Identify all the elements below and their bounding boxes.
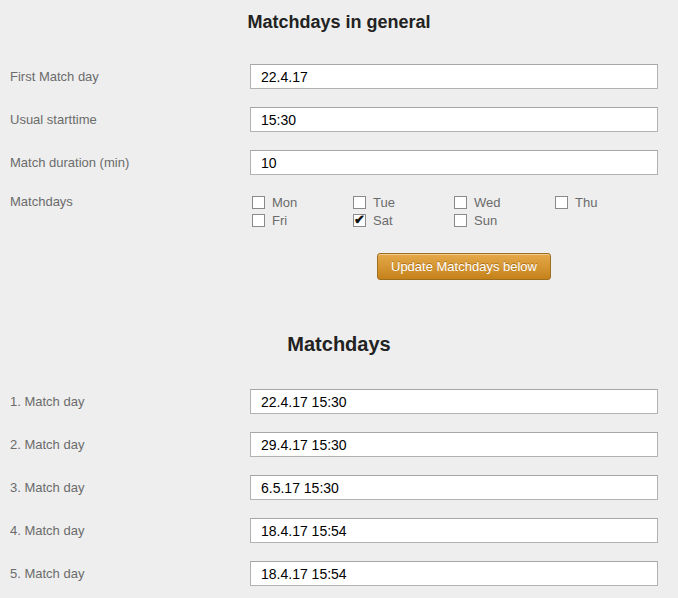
match-day-3-row: 3. Match day xyxy=(0,475,678,500)
weekday-sun-checkbox[interactable] xyxy=(454,214,467,227)
match-day-4-row: 4. Match day xyxy=(0,518,678,543)
match-day-5-row: 5. Match day xyxy=(0,561,678,586)
match-day-5-input[interactable] xyxy=(250,561,658,586)
weekday-option-wed[interactable]: Wed xyxy=(452,193,553,211)
weekday-sun-label: Sun xyxy=(474,213,497,228)
match-day-1-label: 1. Match day xyxy=(0,394,250,409)
match-day-2-input[interactable] xyxy=(250,432,658,457)
weekday-thu-label: Thu xyxy=(575,195,597,210)
usual-starttime-label: Usual starttime xyxy=(0,112,250,127)
weekday-option-sun[interactable]: Sun xyxy=(452,211,553,229)
weekday-mon-checkbox[interactable] xyxy=(252,196,265,209)
match-day-5-label: 5. Match day xyxy=(0,566,250,581)
match-day-1-input[interactable] xyxy=(250,389,658,414)
weekday-fri-label: Fri xyxy=(272,213,287,228)
weekday-thu-checkbox[interactable] xyxy=(555,196,568,209)
match-day-3-label: 3. Match day xyxy=(0,480,250,495)
update-matchdays-button[interactable]: Update Matchdays below xyxy=(377,253,551,280)
match-day-3-input[interactable] xyxy=(250,475,658,500)
match-day-2-row: 2. Match day xyxy=(0,432,678,457)
weekday-option-tue[interactable]: Tue xyxy=(351,193,452,211)
general-section-title: Matchdays in general xyxy=(0,0,678,31)
weekday-option-mon[interactable]: Mon xyxy=(250,193,351,211)
weekdays-row: Matchdays Mon Tue Wed Thu xyxy=(0,193,678,229)
matchdays-section-title: Matchdays xyxy=(0,334,678,354)
weekday-grid: Mon Tue Wed Thu Fri xyxy=(250,193,658,229)
first-match-day-label: First Match day xyxy=(0,69,250,84)
weekday-tue-label: Tue xyxy=(373,195,395,210)
matchdays-form: 1. Match day 2. Match day 3. Match day 4… xyxy=(0,389,678,586)
match-day-4-input[interactable] xyxy=(250,518,658,543)
match-duration-input[interactable] xyxy=(250,150,658,175)
weekday-sat-label: Sat xyxy=(373,213,393,228)
weekday-sat-checkbox[interactable] xyxy=(353,214,366,227)
weekday-wed-label: Wed xyxy=(474,195,501,210)
weekday-mon-label: Mon xyxy=(272,195,297,210)
match-day-1-row: 1. Match day xyxy=(0,389,678,414)
usual-starttime-input[interactable] xyxy=(250,107,658,132)
weekday-wed-checkbox[interactable] xyxy=(454,196,467,209)
match-day-2-label: 2. Match day xyxy=(0,437,250,452)
usual-starttime-row: Usual starttime xyxy=(0,107,678,132)
general-form: First Match day Usual starttime Match du… xyxy=(0,64,678,280)
weekdays-label: Matchdays xyxy=(0,193,250,211)
match-day-4-label: 4. Match day xyxy=(0,523,250,538)
match-duration-row: Match duration (min) xyxy=(0,150,678,175)
weekday-option-sat[interactable]: Sat xyxy=(351,211,452,229)
weekday-fri-checkbox[interactable] xyxy=(252,214,265,227)
weekday-tue-checkbox[interactable] xyxy=(353,196,366,209)
update-button-row: Update Matchdays below xyxy=(260,253,668,280)
first-match-day-row: First Match day xyxy=(0,64,678,89)
matchdays-settings-page: Matchdays in general First Match day Usu… xyxy=(0,0,678,598)
first-match-day-input[interactable] xyxy=(250,64,658,89)
match-duration-label: Match duration (min) xyxy=(0,155,250,170)
weekday-option-thu[interactable]: Thu xyxy=(553,193,654,211)
weekday-option-fri[interactable]: Fri xyxy=(250,211,351,229)
